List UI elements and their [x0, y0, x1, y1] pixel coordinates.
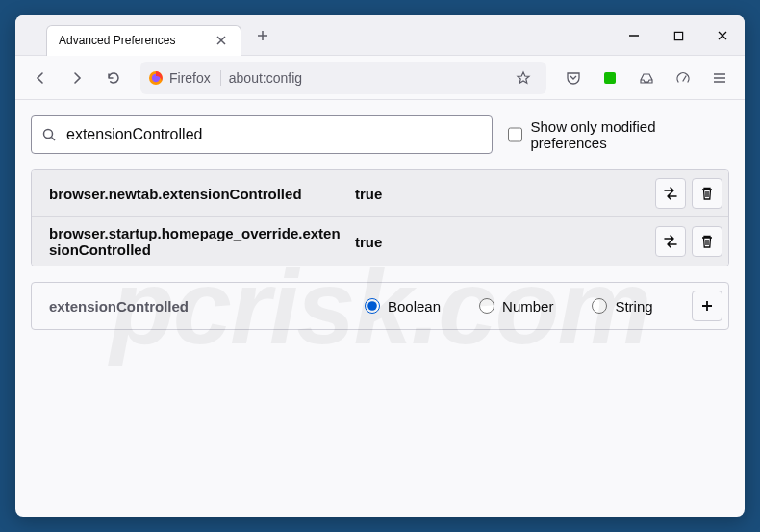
type-string-radio[interactable]: [592, 298, 607, 314]
tab-active[interactable]: Advanced Preferences: [46, 25, 241, 56]
add-pref-button[interactable]: [692, 291, 722, 321]
toggle-icon: [662, 185, 679, 202]
toggle-icon: [662, 233, 679, 250]
trash-icon: [699, 186, 715, 201]
search-box[interactable]: [31, 115, 493, 154]
pref-name: browser.newtab.extensionControlled: [38, 178, 345, 209]
arrow-right-icon: [69, 70, 85, 86]
toggle-button[interactable]: [655, 226, 686, 257]
svg-rect-3: [604, 72, 616, 84]
url-bar[interactable]: Firefox about:config: [140, 62, 546, 94]
navigation-toolbar: Firefox about:config: [15, 56, 745, 100]
type-boolean-label: Boolean: [388, 298, 441, 315]
window-controls: [612, 15, 745, 56]
new-pref-row: extensionControlled Boolean Number Strin…: [31, 282, 729, 330]
plus-icon: [699, 298, 715, 314]
tab-title: Advanced Preferences: [59, 34, 175, 47]
type-boolean-radio[interactable]: [365, 298, 380, 314]
search-row: Show only modified preferences: [23, 115, 737, 154]
type-string-option[interactable]: String: [592, 298, 652, 315]
gauge-icon: [675, 70, 691, 86]
inbox-button[interactable]: [631, 63, 662, 93]
reload-icon: [106, 70, 121, 86]
type-number-option[interactable]: Number: [479, 298, 553, 315]
app-menu-button[interactable]: [704, 63, 735, 93]
hamburger-icon: [712, 70, 727, 86]
type-string-label: String: [615, 298, 652, 315]
close-icon: [215, 35, 227, 46]
search-input[interactable]: [66, 126, 482, 143]
identity-label: Firefox: [169, 70, 211, 86]
trash-icon: [699, 234, 715, 249]
back-button[interactable]: [25, 63, 56, 93]
pref-row: browser.newtab.extensionControlled true: [32, 170, 728, 216]
identity-box[interactable]: Firefox: [148, 70, 221, 86]
close-icon: [717, 30, 728, 41]
reload-button[interactable]: [98, 63, 129, 93]
modified-only-checkbox[interactable]: [508, 127, 522, 142]
firefox-icon: [148, 70, 164, 86]
modified-only-label: Show only modified preferences: [530, 118, 729, 151]
type-number-radio[interactable]: [479, 298, 494, 314]
pref-actions: [655, 225, 722, 258]
pref-value: true: [355, 178, 646, 209]
pocket-icon: [566, 70, 581, 86]
inbox-icon: [639, 70, 654, 86]
star-icon: [516, 70, 531, 86]
puzzle-icon: [602, 70, 618, 86]
about-config-content: Show only modified preferences browser.n…: [15, 100, 745, 517]
browser-window: Advanced Preferences Firefox about:confi…: [15, 15, 745, 517]
delete-button[interactable]: [692, 226, 722, 257]
new-pref-name: extensionControlled: [38, 298, 345, 315]
forward-button[interactable]: [62, 63, 92, 93]
vpn-button[interactable]: [668, 63, 698, 93]
toggle-button[interactable]: [655, 178, 686, 209]
titlebar: Advanced Preferences: [15, 15, 745, 56]
new-tab-button[interactable]: [249, 22, 276, 49]
pocket-button[interactable]: [558, 63, 589, 93]
extension-button[interactable]: [595, 63, 625, 93]
type-options: Boolean Number String: [355, 298, 682, 315]
minimize-button[interactable]: [612, 15, 656, 56]
plus-icon: [256, 29, 269, 42]
type-boolean-option[interactable]: Boolean: [365, 298, 441, 315]
pref-value: true: [355, 225, 646, 258]
close-window-button[interactable]: [700, 15, 745, 56]
maximize-button[interactable]: [656, 15, 700, 56]
pref-row: browser.startup.homepage_override.extens…: [32, 216, 728, 266]
bookmark-star-button[interactable]: [508, 63, 539, 93]
delete-button[interactable]: [692, 178, 722, 209]
maximize-icon: [673, 31, 684, 41]
search-icon: [41, 127, 57, 142]
new-pref-actions: [692, 291, 722, 321]
url-text: about:config: [229, 70, 500, 86]
modified-only-toggle[interactable]: Show only modified preferences: [508, 118, 729, 151]
arrow-left-icon: [33, 70, 48, 86]
pref-actions: [655, 178, 722, 209]
type-number-label: Number: [502, 298, 553, 315]
svg-point-4: [44, 130, 53, 139]
minimize-icon: [628, 30, 640, 41]
svg-rect-0: [674, 32, 682, 39]
preferences-list: browser.newtab.extensionControlled true …: [31, 169, 729, 266]
tab-close-button[interactable]: [214, 33, 229, 48]
pref-name: browser.startup.homepage_override.extens…: [38, 225, 345, 258]
